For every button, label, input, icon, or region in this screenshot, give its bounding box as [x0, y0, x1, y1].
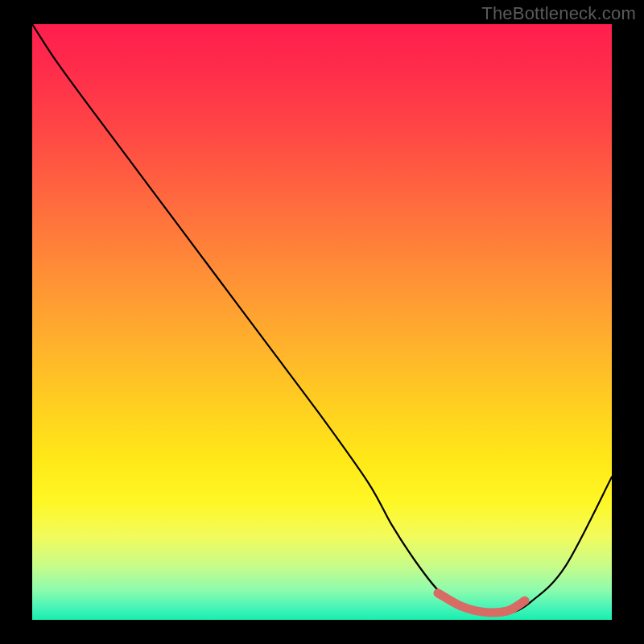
plot-area [32, 24, 612, 620]
optimal-band [438, 593, 525, 613]
watermark-text: TheBottleneck.com [481, 3, 636, 24]
chart-svg [32, 24, 612, 620]
chart-frame: TheBottleneck.com [0, 0, 644, 644]
bottleneck-curve [32, 24, 612, 615]
